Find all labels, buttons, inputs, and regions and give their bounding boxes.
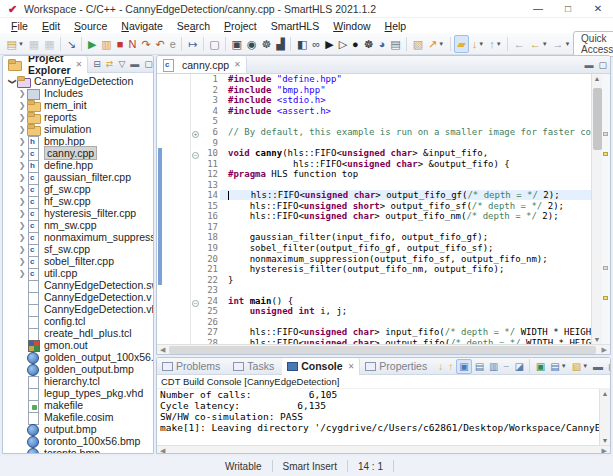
- tree-item-mem-init[interactable]: ❯mem_init: [3, 99, 153, 111]
- code-text[interactable]: hls::FIFO<unsigned char> &output_fifo) {: [220, 159, 591, 169]
- expander-icon[interactable]: ❯: [17, 149, 27, 158]
- code-line-24[interactable]: –24int main() {: [191, 295, 591, 306]
- code-line-3[interactable]: 3#include <stdio.h>: [191, 95, 591, 106]
- code-line-15[interactable]: 15 hls::FIFO<unsigned short> output_fifo…: [191, 201, 591, 212]
- collapse-all-icon[interactable]: ⊟: [93, 59, 101, 69]
- show-console-on-output-button[interactable]: ▣: [456, 359, 471, 374]
- tree-item-hysteresis-filter-cpp[interactable]: ❯hysteresis_filter.cpp: [3, 207, 153, 219]
- coverage-button[interactable]: ▥: [99, 35, 113, 53]
- menu-navigate[interactable]: Navigate: [114, 20, 169, 32]
- tree-item-output-bmp[interactable]: output.bmp: [3, 423, 153, 435]
- code-line-18[interactable]: 18 gaussian_filter(input_fifo, output_fi…: [191, 232, 591, 243]
- tree-item-toronto-bmp[interactable]: toronto.bmp: [3, 447, 153, 453]
- tree-item-util-cpp[interactable]: ❯util.cpp: [3, 267, 153, 279]
- tree-item-golden-output-100x56-bmp[interactable]: golden_output_100x56.bmp: [3, 351, 153, 363]
- expander-icon[interactable]: ❯: [17, 233, 27, 242]
- code-text[interactable]: gaussian_filter(input_fifo, output_fifo_…: [220, 232, 591, 242]
- console-vertical-scrollbar[interactable]: ▲ ▼: [599, 389, 610, 445]
- dropdown-arrow-icon[interactable]: ▼: [561, 363, 567, 369]
- build-button[interactable]: ↘: [65, 35, 78, 53]
- dropdown-arrow-icon[interactable]: ▼: [542, 41, 548, 47]
- tree-item-gaussian-filter-cpp[interactable]: ❯gaussian_filter.cpp: [3, 171, 153, 183]
- fold-toggle-icon[interactable]: –: [191, 147, 200, 159]
- save-all-button[interactable]: ▦: [42, 35, 56, 53]
- tree-item-reports[interactable]: ❯reports: [3, 111, 153, 123]
- console-horizontal-scrollbar[interactable]: ◀ ▶: [157, 445, 610, 453]
- compile-software-button[interactable]: ▣: [230, 35, 244, 53]
- annotation-mark[interactable]: [603, 132, 608, 136]
- previous-console-button[interactable]: ↑: [446, 359, 455, 374]
- code-line-22[interactable]: 22}: [191, 274, 591, 285]
- fold-toggle-icon[interactable]: +: [191, 126, 200, 138]
- co-simulation-button[interactable]: ∞: [310, 35, 322, 53]
- dropdown-arrow-icon[interactable]: ▼: [565, 41, 571, 47]
- tree-item-simulation[interactable]: ❯simulation: [3, 123, 153, 135]
- display-selected-console-button[interactable]: ▤▼: [548, 359, 568, 374]
- tree-item-gf-sw-cpp[interactable]: ❯gf_sw.cpp: [3, 183, 153, 195]
- code-text[interactable]: int main() {: [220, 296, 591, 306]
- console-tab-tasks[interactable]: Tasks: [228, 358, 282, 375]
- expander-icon[interactable]: ❯: [17, 173, 27, 182]
- previous-annotation-button[interactable]: ↑▼: [487, 35, 503, 53]
- record-button[interactable]: ●: [350, 35, 361, 53]
- code-line-12[interactable]: 12#pragma HLS function top: [191, 169, 591, 180]
- tree-item-cannyedgedetection-v[interactable]: CannyEdgeDetection.v: [3, 291, 153, 303]
- expander-icon[interactable]: ❯: [17, 137, 27, 146]
- tree-item-nm-sw-cpp[interactable]: ❯nm_sw.cpp: [3, 219, 153, 231]
- run-accelerated-button[interactable]: ▷: [337, 35, 349, 53]
- expander-icon[interactable]: ❯: [17, 125, 27, 134]
- tree-item-includes[interactable]: ❯Includes: [3, 87, 153, 99]
- dropdown-arrow-icon[interactable]: ▼: [438, 41, 444, 47]
- close-view-icon[interactable]: ✕: [76, 60, 83, 69]
- code-text[interactable]: hls::FIFO<unsigned char> output_fifo_nm(…: [220, 211, 591, 221]
- code-line-23[interactable]: 23: [191, 285, 591, 296]
- code-text[interactable]: }: [220, 275, 591, 285]
- code-line-16[interactable]: 16 hls::FIFO<unsigned char> output_fifo_…: [191, 211, 591, 222]
- save-button[interactable]: ▦: [27, 35, 41, 53]
- dropdown-arrow-icon[interactable]: ▼: [478, 41, 484, 47]
- tree-item-legup-types-pkg-vhd[interactable]: legup_types_pkg.vhd: [3, 387, 153, 399]
- step-back-button[interactable]: ↶: [154, 35, 167, 53]
- open-console-button[interactable]: ▧▼: [570, 359, 590, 374]
- expander-icon[interactable]: ❯: [17, 185, 27, 194]
- code-text[interactable]: hls::FIFO<unsigned char> input_fifo(/* d…: [220, 327, 591, 337]
- expander-icon[interactable]: ❯: [17, 221, 27, 230]
- view-menu-icon[interactable]: ▽: [118, 59, 125, 69]
- editor-tab-canny-cpp[interactable]: canny.cpp ✕: [157, 56, 247, 73]
- code-editor[interactable]: 1#include "define.hpp"2#include "bmp.hpp…: [157, 74, 610, 344]
- annotation-mark[interactable]: [603, 296, 608, 300]
- browse-reports-button[interactable]: ◕: [377, 35, 388, 53]
- code-lines[interactable]: 1#include "define.hpp"2#include "bmp.hpp…: [191, 74, 591, 344]
- debug-software-button[interactable]: ◉: [245, 35, 259, 53]
- clear-console-button[interactable]: ◪: [512, 359, 525, 374]
- console-tab-console[interactable]: Console✕: [282, 358, 360, 375]
- maximize-window-button[interactable]: □: [553, 0, 583, 18]
- debug-button[interactable]: ▶: [86, 35, 98, 53]
- tree-item-cannyedgedetection-sw-binary[interactable]: CannyEdgeDetection.sw_binary: [3, 279, 153, 291]
- annotation-mark[interactable]: [603, 266, 608, 270]
- code-text[interactable]: void canny(hls::FIFO<unsigned char> &inp…: [220, 148, 591, 158]
- maximize-view-button[interactable]: ▢: [606, 359, 611, 374]
- tree-item-cannyedgedetection[interactable]: ❯CannyEdgeDetection: [3, 75, 153, 87]
- new-file-button[interactable]: ▢: [207, 35, 221, 53]
- menu-help[interactable]: Help: [378, 20, 414, 32]
- quick-access-box[interactable]: Quick Access: [573, 31, 613, 57]
- scroll-lock-button[interactable]: −: [502, 359, 512, 374]
- menu-search[interactable]: Search: [170, 20, 217, 32]
- run-software-button[interactable]: ▶: [323, 35, 335, 53]
- next-console-button[interactable]: ↓: [436, 359, 445, 374]
- code-line-17[interactable]: 17: [191, 222, 591, 233]
- scroll-right-arrow[interactable]: ▶: [602, 446, 607, 454]
- scrollbar-thumb[interactable]: [593, 88, 602, 150]
- tree-item-toronto-100x56-bmp[interactable]: toronto_100x56.bmp: [3, 435, 153, 447]
- word-wrap-button[interactable]: ▥: [487, 359, 500, 374]
- dropdown-arrow-icon[interactable]: ▼: [496, 41, 502, 47]
- expander-icon[interactable]: ❯: [17, 113, 27, 122]
- tree-item-hf-sw-cpp[interactable]: ❯hf_sw.cpp: [3, 195, 153, 207]
- code-line-14[interactable]: 14 hls::FIFO<unsigned char> output_fifo_…: [191, 190, 591, 201]
- expander-icon[interactable]: ❯: [17, 245, 27, 254]
- code-text[interactable]: hls::FIFO<unsigned short> output_fifo_sf…: [220, 201, 591, 211]
- minimize-view-icon[interactable]: ▬: [584, 60, 593, 70]
- code-line-13[interactable]: 13: [191, 179, 591, 190]
- tree-item-sf-sw-cpp[interactable]: ❯sf_sw.cpp: [3, 243, 153, 255]
